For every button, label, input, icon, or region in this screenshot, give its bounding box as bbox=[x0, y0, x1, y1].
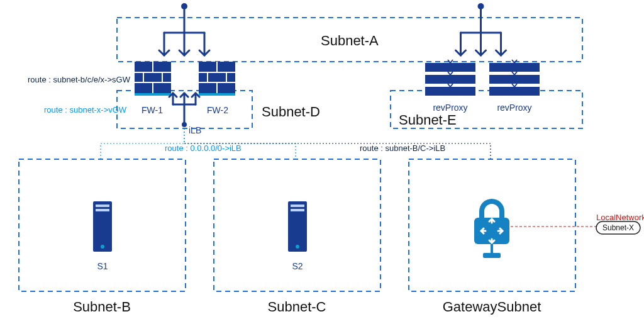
gateway-subnet-label: GatewaySubnet bbox=[443, 299, 541, 315]
svg-point-43 bbox=[101, 245, 104, 249]
svg-rect-34 bbox=[425, 63, 475, 72]
svg-rect-42 bbox=[96, 209, 109, 211]
subnet-d-label: Subnet-D bbox=[262, 104, 320, 120]
subnet-x-label: Subnet-X bbox=[602, 223, 634, 232]
subnet-c-label: Subnet-C bbox=[268, 299, 326, 315]
svg-rect-35 bbox=[425, 75, 475, 84]
server-s2-label: S2 bbox=[292, 261, 303, 271]
route-sgw-label: route : subnet-b/c/e/x->sGW bbox=[28, 75, 131, 84]
revproxy-1-label: revProxy bbox=[433, 103, 467, 113]
local-gateway-label: LocalNetworkGateway bbox=[596, 213, 644, 222]
route-bc-ilb-label: route : subnet-B/C->iLB bbox=[360, 143, 445, 153]
svg-rect-45 bbox=[291, 204, 304, 207]
server-s1-icon bbox=[93, 201, 112, 252]
firewall-1-label: FW-1 bbox=[142, 105, 163, 115]
subnet-a-label: Subnet-A bbox=[321, 33, 379, 48]
firewall-2-label: FW-2 bbox=[207, 105, 228, 115]
firewall-1-icon bbox=[135, 62, 171, 96]
revproxy-2-icon bbox=[489, 60, 540, 96]
firewall-2-icon bbox=[199, 62, 235, 96]
svg-rect-37 bbox=[489, 63, 540, 72]
route-vgw-label: route : subnet-x->vGW bbox=[44, 105, 127, 115]
load-balancer-revproxy-icon bbox=[456, 3, 506, 55]
subnet-b-label: Subnet-B bbox=[73, 299, 131, 315]
subnet-e-label: Subnet-E bbox=[399, 112, 457, 128]
server-s1-label: S1 bbox=[97, 261, 108, 271]
svg-rect-36 bbox=[425, 87, 475, 96]
ilb-icon bbox=[169, 93, 199, 127]
svg-rect-41 bbox=[96, 204, 109, 207]
load-balancer-top-icon bbox=[159, 3, 209, 55]
svg-rect-27 bbox=[199, 93, 235, 96]
revproxy-1-icon bbox=[425, 60, 475, 96]
svg-rect-54 bbox=[483, 253, 501, 258]
vpn-gateway-icon bbox=[474, 199, 509, 258]
svg-rect-38 bbox=[489, 75, 540, 84]
revproxy-2-label: revProxy bbox=[497, 103, 531, 113]
svg-point-33 bbox=[182, 122, 187, 127]
server-s2-icon bbox=[288, 201, 307, 252]
svg-rect-46 bbox=[291, 209, 304, 211]
svg-rect-19 bbox=[135, 93, 171, 96]
svg-rect-39 bbox=[489, 87, 540, 96]
route-default-label: route : 0.0.0.0/0->iLB bbox=[165, 143, 242, 153]
ilb-label: iLB bbox=[189, 125, 201, 135]
svg-point-47 bbox=[296, 245, 299, 249]
